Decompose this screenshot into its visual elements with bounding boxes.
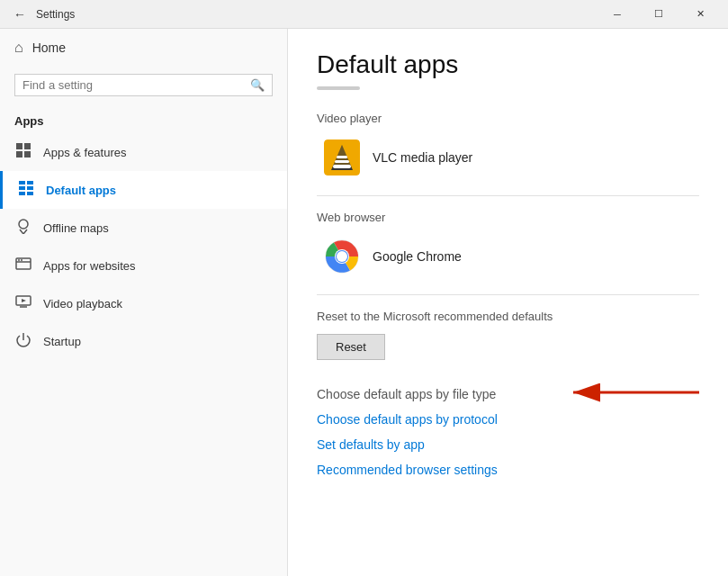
home-label: Home xyxy=(32,40,66,55)
svg-point-10 xyxy=(19,220,28,229)
window-controls: ─ ☐ ✕ xyxy=(597,0,721,29)
video-player-item[interactable]: VLC media player xyxy=(317,134,699,181)
content-area: Default apps Video player VLC media play… xyxy=(288,29,728,576)
svg-rect-1 xyxy=(24,143,31,149)
web-browser-label: Web browser xyxy=(317,211,699,224)
link-section: Choose default apps by file type Choose … xyxy=(317,382,699,482)
reset-label: Reset to the Microsoft recommended defau… xyxy=(317,310,699,323)
divider-1 xyxy=(317,195,699,196)
set-defaults-link[interactable]: Set defaults by app xyxy=(317,432,699,457)
recommended-browser-link[interactable]: Recommended browser settings xyxy=(317,457,699,482)
sidebar-home[interactable]: ⌂ Home xyxy=(0,29,287,67)
main-content: ⌂ Home 🔍 Apps Apps & features xyxy=(0,29,728,576)
svg-marker-16 xyxy=(22,299,26,302)
sidebar-item-label-apps-features: Apps & features xyxy=(43,146,127,159)
choose-file-type-link[interactable]: Choose default apps by file type xyxy=(317,382,699,407)
sidebar-section-title: Apps xyxy=(0,107,287,133)
svg-rect-0 xyxy=(16,143,22,149)
home-icon: ⌂ xyxy=(14,40,23,56)
svg-rect-21 xyxy=(333,165,351,168)
maximize-button[interactable]: ☐ xyxy=(638,0,679,29)
page-title: Default apps xyxy=(317,50,699,79)
back-button[interactable]: ← xyxy=(7,2,32,27)
search-icon[interactable]: 🔍 xyxy=(250,78,265,92)
choose-protocol-link[interactable]: Choose default apps by protocol xyxy=(317,407,699,432)
svg-point-13 xyxy=(18,259,20,261)
video-playback-icon xyxy=(14,293,32,313)
close-button[interactable]: ✕ xyxy=(679,0,721,29)
vlc-app-name: VLC media player xyxy=(373,150,472,165)
svg-rect-8 xyxy=(19,192,25,195)
apps-features-icon xyxy=(14,142,32,162)
svg-point-28 xyxy=(337,251,347,262)
svg-rect-4 xyxy=(19,181,25,184)
scroll-indicator xyxy=(317,86,360,90)
default-apps-icon xyxy=(17,180,35,200)
sidebar: ⌂ Home 🔍 Apps Apps & features xyxy=(0,29,288,576)
window-title: Settings xyxy=(36,8,597,21)
svg-rect-6 xyxy=(19,186,25,190)
sidebar-item-label-offline-maps: Offline maps xyxy=(43,221,109,235)
svg-rect-5 xyxy=(27,181,33,184)
reset-button[interactable]: Reset xyxy=(317,334,385,360)
search-input[interactable] xyxy=(22,78,250,92)
svg-rect-3 xyxy=(24,151,31,158)
svg-rect-2 xyxy=(16,151,22,158)
minimize-button[interactable]: ─ xyxy=(597,0,638,29)
svg-point-14 xyxy=(21,259,22,261)
svg-rect-7 xyxy=(27,186,33,190)
startup-icon xyxy=(14,331,32,351)
sidebar-item-default-apps[interactable]: Default apps xyxy=(0,171,287,209)
apps-websites-icon xyxy=(14,256,32,275)
sidebar-item-label-default-apps: Default apps xyxy=(46,184,116,197)
title-bar: ← Settings ─ ☐ ✕ xyxy=(0,0,728,29)
web-browser-item[interactable]: Google Chrome xyxy=(317,233,699,280)
chrome-icon xyxy=(324,238,360,274)
svg-rect-22 xyxy=(335,160,349,163)
vlc-icon xyxy=(324,140,360,176)
svg-rect-23 xyxy=(337,156,347,158)
chrome-app-name: Google Chrome xyxy=(373,249,462,264)
svg-rect-9 xyxy=(27,192,33,195)
offline-maps-icon xyxy=(14,218,32,238)
sidebar-item-offline-maps[interactable]: Offline maps xyxy=(0,209,287,247)
sidebar-item-label-video-playback: Video playback xyxy=(43,297,122,310)
sidebar-item-apps-websites[interactable]: Apps for websites xyxy=(0,247,287,284)
search-box[interactable]: 🔍 xyxy=(14,74,273,96)
sidebar-item-apps-features[interactable]: Apps & features xyxy=(0,133,287,171)
divider-2 xyxy=(317,294,699,295)
back-icon: ← xyxy=(13,7,26,22)
sidebar-item-label-startup: Startup xyxy=(43,335,81,348)
sidebar-item-startup[interactable]: Startup xyxy=(0,322,287,360)
video-player-label: Video player xyxy=(317,112,699,125)
sidebar-item-video-playback[interactable]: Video playback xyxy=(0,284,287,322)
sidebar-item-label-apps-websites: Apps for websites xyxy=(43,259,136,273)
